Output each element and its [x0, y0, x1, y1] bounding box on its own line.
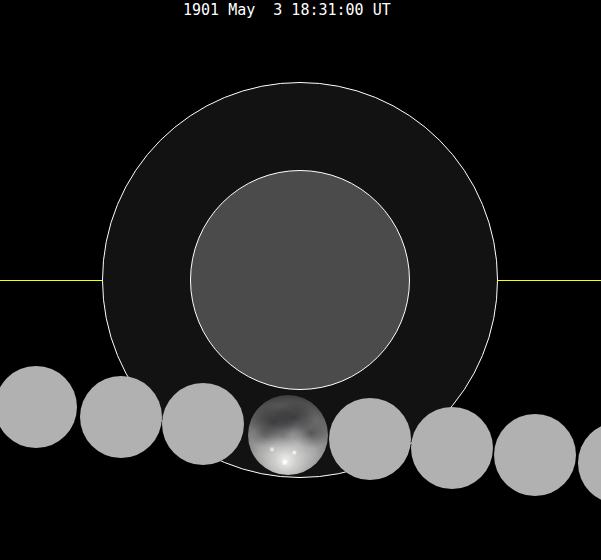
- moon-disk-position: [0, 366, 77, 448]
- moon-disk-position: [80, 376, 162, 458]
- moon-disk-position: [329, 398, 411, 480]
- moon-photo-greatest-eclipse: [248, 395, 328, 475]
- moon-disk-position: [578, 422, 601, 504]
- moon-disk-position: [494, 414, 576, 496]
- eclipse-chart: 1901 May 3 18:31:00 UT: [0, 0, 601, 560]
- umbra-circle: [190, 170, 410, 390]
- moon-disk-position: [411, 407, 493, 489]
- chart-title: 1901 May 3 18:31:00 UT: [183, 3, 391, 18]
- moon-disk-position: [162, 383, 244, 465]
